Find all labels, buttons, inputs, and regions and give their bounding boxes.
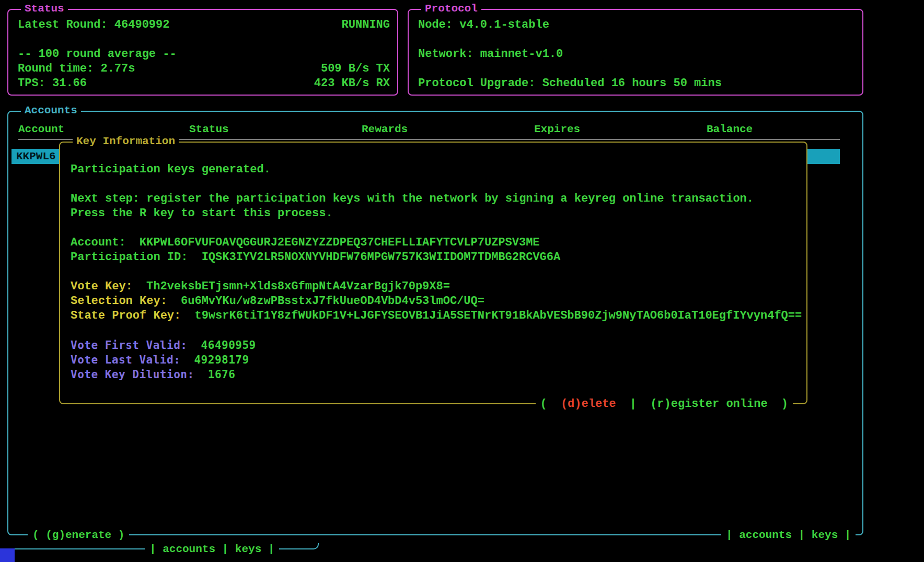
status-panel-title: Status	[21, 3, 68, 15]
round-average-header: -- 100 round average --	[18, 47, 177, 62]
next-step-message: Next step: register the participation ke…	[71, 192, 803, 206]
account-label: Account:	[71, 236, 126, 249]
column-header-status: Status	[189, 123, 229, 135]
vote-key-value: Th2veksbETjsmn+Xlds8xGfmpNtA4VzarBgjk70p…	[140, 280, 450, 293]
column-header-expires: Expires	[534, 123, 580, 135]
press-r-message: Press the R key to start this process.	[71, 206, 803, 221]
participation-id-label: Participation ID:	[71, 251, 188, 264]
round-time-text: Round time: 2.77s	[18, 62, 135, 76]
register-online-action[interactable]: (r)egister online	[643, 397, 767, 411]
delete-action[interactable]: (d)elete	[554, 397, 616, 411]
network-text: Network: mainnet-v1.0	[418, 47, 563, 62]
protocol-panel: Protocol Node: v4.0.1-stable Network: ma…	[408, 9, 863, 96]
modal-actions-legend: ( (d)elete | (r)egister online )	[536, 397, 793, 411]
state-proof-key-label: State Proof Key:	[71, 309, 181, 322]
vote-key-label: Vote Key:	[71, 280, 133, 293]
tx-rate-text: 509 B/s TX	[321, 62, 390, 76]
node-version-text: Node: v4.0.1-stable	[418, 18, 549, 32]
participation-id-line: Participation ID: IQSK3IYV2LR5NOXNYVHDFW…	[71, 250, 803, 265]
protocol-upgrade-text: Protocol Upgrade: Scheduled 16 hours 50 …	[418, 76, 722, 91]
actions-open-paren: (	[540, 397, 547, 411]
latest-round-text: Latest Round: 46490992	[18, 18, 169, 32]
column-header-balance: Balance	[707, 123, 753, 135]
tps-text: TPS: 31.66	[18, 76, 87, 91]
state-proof-key-line: State Proof Key: t9wsrK6tiT1Y8zfWUkDF1V+…	[71, 309, 803, 323]
vote-key-dilution-line: Vote Key Dilution: 1676	[71, 367, 803, 382]
actions-separator: |	[623, 397, 637, 411]
vote-key-line: Vote Key: Th2veksbETjsmn+Xlds8xGfmpNtA4V…	[71, 279, 803, 294]
column-header-account: Account	[18, 123, 64, 135]
vote-first-valid-value: 46490959	[194, 339, 256, 352]
selection-key-label: Selection Key:	[71, 295, 167, 308]
tab-bar-bottom[interactable]: | accounts | keys |	[145, 544, 279, 555]
selected-account-text: KKPWL6	[16, 150, 56, 162]
tab-bar-right[interactable]: | accounts | keys |	[721, 530, 856, 541]
key-information-title: Key Information	[73, 135, 179, 147]
selection-key-value: 6u6MvYKu/w8zwPBsstxJ7fkUueOD4VbD4v53lmOC…	[174, 295, 484, 308]
account-address: KKPWL6OFVUFOAVQGGURJ2EGNZYZZDPEQ37CHEFLL…	[133, 236, 540, 249]
rx-rate-text: 423 KB/s RX	[314, 76, 390, 91]
vote-last-valid-label: Vote Last Valid:	[71, 354, 180, 366]
generate-action[interactable]: ( (g)enerate )	[28, 530, 129, 541]
column-header-rewards: Rewards	[362, 123, 408, 135]
status-panel: Status Latest Round: 46490992 RUNNING --…	[7, 9, 398, 96]
vote-last-valid-value: 49298179	[187, 354, 249, 366]
node-state-badge: RUNNING	[342, 18, 390, 32]
vote-first-valid-label: Vote First Valid:	[71, 339, 187, 352]
vote-key-dilution-label: Vote Key Dilution:	[71, 368, 194, 381]
vote-key-dilution-value: 1676	[201, 368, 236, 381]
protocol-panel-title: Protocol	[421, 3, 481, 15]
accounts-panel-title: Accounts	[21, 104, 81, 116]
key-information-modal: Key Information Participation keys gener…	[59, 142, 807, 404]
vote-last-valid-line: Vote Last Valid: 49298179	[71, 353, 803, 367]
terminal-screen: Status Latest Round: 46490992 RUNNING --…	[0, 0, 924, 562]
cursor-block	[0, 548, 15, 562]
actions-close-paren: )	[775, 397, 788, 411]
account-line: Account: KKPWL6OFVUFOAVQGGURJ2EGNZYZZDPE…	[71, 236, 803, 250]
state-proof-key-value: t9wsrK6tiT1Y8zfWUkDF1V+LJGFYSEOVB1JiA5SE…	[188, 309, 802, 322]
keys-generated-message: Participation keys generated.	[71, 162, 803, 177]
vote-first-valid-line: Vote First Valid: 46490959	[71, 338, 803, 353]
participation-id-value: IQSK3IYV2LR5NOXNYVHDFW76MPGW757K3WIIDOM7…	[195, 251, 561, 264]
selection-key-line: Selection Key: 6u6MvYKu/w8zwPBsstxJ7fkUu…	[71, 294, 803, 309]
